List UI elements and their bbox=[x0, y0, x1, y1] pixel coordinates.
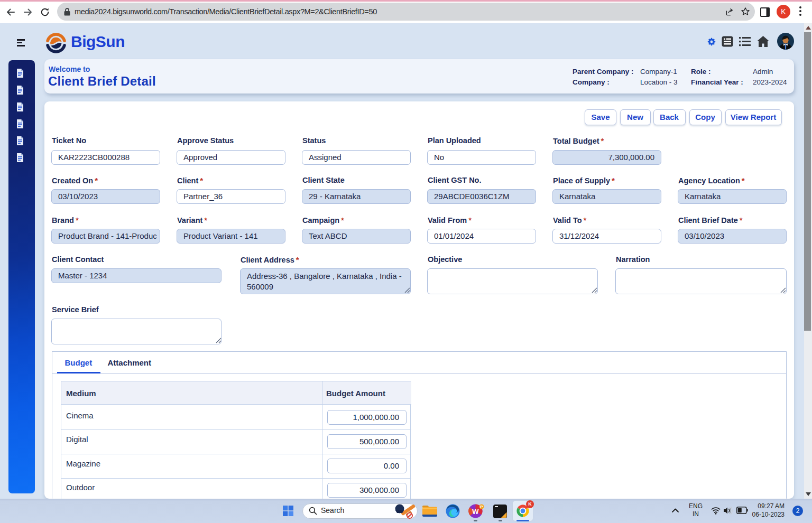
svg-text:W: W bbox=[472, 508, 479, 516]
svg-text:P: P bbox=[480, 505, 483, 509]
